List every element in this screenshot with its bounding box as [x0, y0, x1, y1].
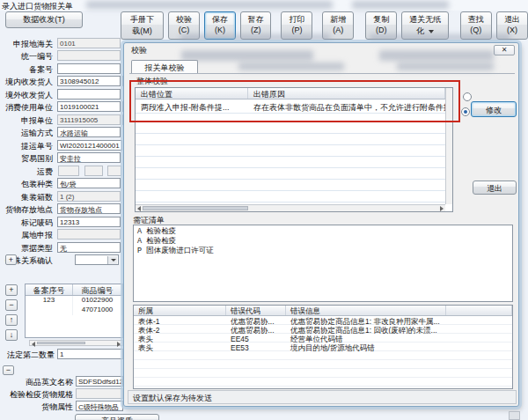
detail-grid-body: 表体-1 优惠贸易协... 优惠贸易协定商品信息1: 非改良种用家牛属... 表…: [134, 316, 512, 388]
field-label-marks: 标记唛码: [0, 217, 53, 229]
scrollbar-thumb[interactable]: [143, 206, 248, 210]
freight-box-2[interactable]: [84, 166, 103, 176]
table-row[interactable]: 表体-1 优惠贸易协... 优惠贸易协定商品信息1: 非改良种用家牛属...: [134, 316, 512, 325]
field-label-transport-mode: 运输方式: [0, 128, 53, 139]
expand-plus-button[interactable]: +: [5, 254, 17, 265]
goods-attr-label: 货物属性: [0, 402, 73, 413]
table-row[interactable]: 47071000: [26, 306, 122, 315]
col-error-code: 错误代码: [226, 306, 286, 315]
code-cell: 优惠贸易协...: [226, 316, 286, 325]
list-item[interactable]: A 检验检疫: [137, 237, 509, 247]
modify-button[interactable]: 修改: [471, 101, 517, 117]
col-extra: [446, 306, 512, 315]
field-label-overseas-consignor: 境外收发货人: [0, 90, 53, 101]
item-table[interactable]: 备案序号 商品编号 123 01022900 47071000: [25, 284, 123, 338]
table-row[interactable]: 表头 EE45 经营单位代码错: [134, 334, 512, 343]
field-label-consumer-unit: 消费使用单位: [0, 102, 53, 114]
goods-attr-field[interactable]: C级特殊物品: [76, 401, 123, 411]
customs-district-field[interactable]: 0101: [57, 38, 121, 48]
qty2-label: 法定第二数量: [2, 350, 55, 361]
detail-grid-header: 所属 错误代码 错误信息: [134, 306, 512, 316]
scope-cell: 表头: [134, 334, 226, 343]
scroll-left-icon[interactable]: [137, 206, 141, 211]
en-name-field[interactable]: SDFSDdfsd12: [76, 376, 123, 387]
blur-redaction: [180, 34, 330, 41]
declaring-unit-field[interactable]: 3111915005: [57, 114, 121, 125]
record-number-field[interactable]: [57, 63, 121, 74]
ciq-spec-field[interactable]: [76, 388, 123, 399]
ciq-spec-label: 检验检疫货物规格: [0, 389, 73, 401]
cell-commodity-code: 01022900: [73, 296, 122, 306]
blur-redaction: [352, 1, 449, 9]
special-relation-select[interactable]: [75, 254, 119, 265]
table-row[interactable]: 表头 EE53 境内目的地/货源地代码错: [134, 343, 512, 351]
field-label-record-no: 备案号: [0, 64, 53, 76]
error-highlight-box: [129, 80, 460, 122]
message-cell: 优惠贸易协定商品信息1: 非改良种用家牛属...: [286, 316, 446, 325]
scope-cell: 表头: [134, 343, 226, 351]
document-type-field[interactable]: 无: [57, 242, 121, 253]
freight-box-1[interactable]: [58, 166, 79, 176]
domestic-consignee-field[interactable]: 3108945012: [57, 76, 121, 86]
field-label-container-count: 集装箱数: [0, 192, 53, 203]
radio-option-1[interactable]: [463, 92, 472, 101]
transport-mode-field[interactable]: 水路运输: [57, 127, 121, 137]
bill-of-lading-field[interactable]: WI2020121400001: [57, 140, 122, 151]
add-item-button[interactable]: +: [5, 284, 18, 296]
scope-cell: 表体-2: [134, 325, 226, 334]
package-type-field[interactable]: 包/袋: [57, 178, 121, 188]
dialog-exit-button[interactable]: 退出: [473, 181, 517, 195]
consumer-unit-field[interactable]: 1019100021: [57, 101, 121, 112]
field-label-document-type: 票据类型: [0, 243, 53, 254]
remove-item-button[interactable]: −: [5, 299, 18, 311]
local-declare-field[interactable]: [57, 229, 121, 239]
tab-declaration-validation[interactable]: 报关单校验: [131, 60, 198, 74]
scroll-right-icon[interactable]: [440, 206, 444, 211]
container-count-field[interactable]: 1 (2): [57, 191, 121, 202]
move-down-button[interactable]: ↓: [5, 329, 18, 341]
move-up-button[interactable]: ↑: [5, 314, 18, 326]
overseas-consignor-field[interactable]: [57, 89, 121, 99]
item-table-header: 备案序号 商品编号: [26, 284, 122, 296]
message-cell: 优惠贸易协定商品信息1: 回收(废碎)的未漂...: [286, 325, 446, 334]
error-grid-hscrollbar[interactable]: [136, 204, 445, 211]
code-cell: EE53: [226, 343, 286, 351]
blur-redaction: [370, 34, 510, 41]
tab-divider: [129, 73, 515, 74]
scroll-left-icon[interactable]: [32, 342, 35, 347]
qty2-field[interactable]: 1: [57, 349, 123, 359]
data-send-button[interactable]: 数据收发(T): [5, 11, 83, 28]
close-icon[interactable]: ✕: [494, 45, 515, 55]
storage-place-field[interactable]: 货物存放地点: [57, 203, 121, 214]
scrollbar-thumb[interactable]: [37, 342, 85, 344]
col-error-message: 错误信息: [286, 306, 446, 315]
error-detail-grid[interactable]: 所属 错误代码 错误信息 表体-1 优惠贸易协... 优惠贸易协定商品信息1: …: [133, 305, 513, 389]
scroll-right-icon[interactable]: [117, 342, 121, 347]
cell-commodity-code: 47071000: [73, 306, 122, 315]
list-item[interactable]: A 检验检疫: [137, 227, 509, 237]
dialog-title: 校验: [131, 45, 147, 56]
marks-numbers-field[interactable]: 12313: [57, 217, 121, 227]
field-label-unified-no: 统一编号: [0, 51, 53, 63]
dialog-status-bar: 设置默认保存为待发送: [128, 390, 517, 404]
collapse-minus-button[interactable]: −: [3, 365, 14, 375]
field-label-customs: 申报地海关: [0, 39, 53, 50]
table-row[interactable]: 123 01022900: [26, 296, 122, 306]
message-cell: 经营单位代码错: [286, 334, 446, 343]
item-table-hscrollbar[interactable]: [29, 340, 123, 346]
manual-download-button[interactable]: 手册下载(M): [121, 11, 164, 40]
chevron-down-icon: [429, 30, 434, 33]
list-item[interactable]: P 固体废物进口许可证: [137, 247, 509, 256]
unified-number-field[interactable]: [57, 50, 121, 61]
trade-country-field[interactable]: 安圭拉: [57, 152, 121, 163]
code-cell: 优惠贸易协...: [226, 325, 286, 334]
cell-record-seq: [26, 306, 73, 315]
table-row[interactable]: 表体-2 优惠贸易协... 优惠贸易协定商品信息1: 回收(废碎)的未漂...: [134, 325, 512, 334]
radio-option-2[interactable]: [461, 107, 470, 116]
product-qualification-button[interactable]: 产品资质: [75, 414, 159, 420]
message-cell: 境内目的地/货源地代码错: [286, 343, 446, 351]
en-name-label: 商品英文名称: [0, 377, 73, 388]
freight-box-3[interactable]: [107, 166, 121, 176]
cert-list[interactable]: A 检验检疫 A 检验检疫 P 固体废物进口许可证: [133, 225, 513, 302]
col-commodity-code: 商品编号: [73, 284, 122, 295]
